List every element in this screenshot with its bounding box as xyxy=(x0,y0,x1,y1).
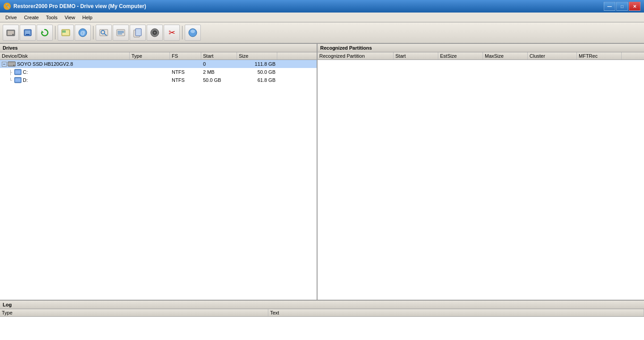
svg-rect-32 xyxy=(15,78,21,82)
tree-line-c: ├ xyxy=(9,70,14,75)
log-col-type: Type xyxy=(0,309,268,316)
open-drive-button[interactable] xyxy=(3,25,19,41)
partitions-header: Recognized Partitions xyxy=(318,44,644,52)
partition-c-start: 2 MB xyxy=(201,69,237,75)
partitions-panel: Recognized Partitions Recognized Partiti… xyxy=(318,44,644,300)
part-col-partition: Recognized Partition xyxy=(318,52,394,60)
drives-col-type: Type xyxy=(130,52,170,60)
svg-marker-6 xyxy=(42,30,44,33)
drives-column-headers: Device/Disk Type FS Start Size xyxy=(0,52,317,60)
partition-c-type xyxy=(130,72,170,72)
drives-col-start: Start xyxy=(201,52,237,60)
svg-point-28 xyxy=(13,65,14,66)
main-content: Drives Device/Disk Type FS Start Size − … xyxy=(0,44,644,340)
drives-content[interactable]: − SOYO SSD HB120GV2.8 0 111.8 GB ├ C: xyxy=(0,60,317,300)
app-icon: 🔧 xyxy=(4,3,11,10)
partition-d-start: 50.0 GB xyxy=(201,77,237,83)
svg-rect-9 xyxy=(62,30,66,33)
partition-d-type xyxy=(130,80,170,81)
forward-button[interactable]: @ xyxy=(75,25,91,41)
minimize-button[interactable]: — xyxy=(604,2,615,11)
window-title: Restorer2000 Pro DEMO - Drive view (My C… xyxy=(13,3,146,9)
drives-panel: Drives Device/Disk Type FS Start Size − … xyxy=(0,44,318,300)
maximize-button[interactable]: □ xyxy=(616,2,628,11)
menu-help[interactable]: Help xyxy=(79,14,96,21)
disk0-size: 111.8 GB xyxy=(237,61,277,67)
delete-button[interactable]: ✂ xyxy=(164,25,180,41)
tree-line-d: └ xyxy=(9,78,14,83)
toolbar-separator-3 xyxy=(182,26,182,39)
partition-c-fs: NTFS xyxy=(170,69,201,75)
svg-rect-5 xyxy=(26,34,30,35)
toolbar: @ ✂ xyxy=(0,22,644,44)
toolbar-separator-1 xyxy=(55,26,55,39)
drive-row-disk0[interactable]: − SOYO SSD HB120GV2.8 0 111.8 GB xyxy=(0,60,317,68)
svg-rect-30 xyxy=(15,70,21,74)
log-title: Log xyxy=(3,302,12,307)
refresh-button[interactable] xyxy=(37,25,53,41)
log-column-headers: Type Text xyxy=(0,309,644,317)
menu-bar: Drive Create Tools View Help xyxy=(0,13,644,22)
disk0-label: SOYO SSD HB120GV2.8 xyxy=(17,61,73,67)
log-section: Log Type Text xyxy=(0,300,644,340)
menu-view[interactable]: View xyxy=(61,14,79,21)
partitions-title: Recognized Partitions xyxy=(320,45,372,51)
disk0-type xyxy=(130,64,170,64)
part-col-mftrec: MFTRec xyxy=(577,52,622,60)
open-image-button[interactable] xyxy=(20,25,36,41)
drive-row-part-d[interactable]: └ D: NTFS 50.0 GB 61.8 GB xyxy=(0,76,317,84)
svg-point-2 xyxy=(13,34,14,35)
svg-rect-20 xyxy=(136,29,141,36)
back-button[interactable] xyxy=(58,25,74,41)
title-bar: 🔧 Restorer2000 Pro DEMO - Drive view (My… xyxy=(0,0,644,13)
drive-row-part-c[interactable]: ├ C: NTFS 2 MB 50.0 GB xyxy=(0,68,317,76)
toolbar-separator-2 xyxy=(93,26,93,39)
svg-point-25 xyxy=(191,30,195,33)
scan-button[interactable] xyxy=(96,25,112,41)
menu-drive[interactable]: Drive xyxy=(2,14,21,21)
save-button[interactable] xyxy=(147,25,163,41)
menu-tools[interactable]: Tools xyxy=(42,14,61,21)
partition-c-size: 50.0 GB xyxy=(237,69,277,75)
drives-header: Drives xyxy=(0,44,317,52)
partition-icon-c xyxy=(14,69,21,75)
info-button[interactable] xyxy=(185,25,201,41)
log-content[interactable] xyxy=(0,317,644,340)
panels-row: Drives Device/Disk Type FS Start Size − … xyxy=(0,44,644,300)
svg-text:@: @ xyxy=(80,30,85,35)
svg-point-23 xyxy=(154,32,156,34)
partition-d-fs: NTFS xyxy=(170,77,201,83)
log-col-text: Text xyxy=(268,309,644,316)
drives-col-size: Size xyxy=(237,52,277,60)
partition-c-label: C: xyxy=(23,69,28,75)
partition-d-size: 61.8 GB xyxy=(237,77,277,83)
log-header: Log xyxy=(0,301,644,309)
part-col-start: Start xyxy=(394,52,438,60)
drives-col-fs: FS xyxy=(170,52,201,60)
drives-title: Drives xyxy=(3,45,18,51)
menu-create[interactable]: Create xyxy=(21,14,42,21)
deep-scan-button[interactable] xyxy=(113,25,129,41)
partitions-column-headers: Recognized Partition Start EstSize MaxSi… xyxy=(318,52,644,60)
title-bar-controls: — □ ✕ xyxy=(604,2,640,11)
close-button[interactable]: ✕ xyxy=(629,2,640,11)
disk-icon xyxy=(8,61,16,67)
part-col-maxsize: MaxSize xyxy=(483,52,528,60)
partition-d-label: D: xyxy=(23,77,28,83)
tree-expand-icon[interactable]: − xyxy=(2,62,7,67)
part-col-estsize: EstSize xyxy=(438,52,483,60)
part-col-cluster: Cluster xyxy=(528,52,577,60)
disk0-fs xyxy=(170,64,201,64)
title-bar-left: 🔧 Restorer2000 Pro DEMO - Drive view (My… xyxy=(4,3,146,10)
partitions-content[interactable] xyxy=(318,60,644,300)
disk0-start: 0 xyxy=(201,61,237,67)
partition-icon-d xyxy=(14,77,21,83)
copy-button[interactable] xyxy=(130,25,146,41)
drives-col-device: Device/Disk xyxy=(0,52,130,60)
